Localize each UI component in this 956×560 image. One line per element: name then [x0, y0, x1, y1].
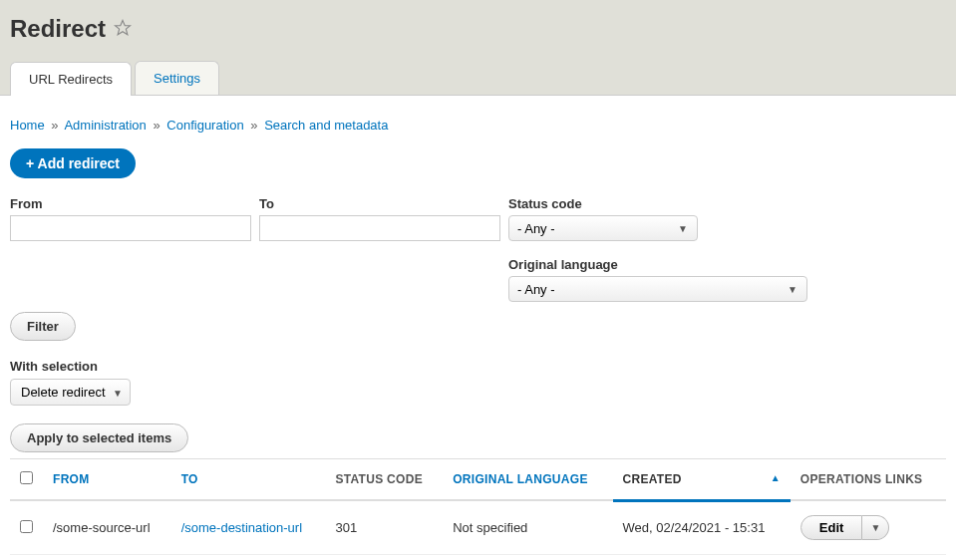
tab-settings[interactable]: Settings — [135, 61, 219, 95]
table-row: /some-source-url /some-destination-url 3… — [10, 500, 946, 555]
cell-from: /some-source-url — [43, 500, 171, 555]
status-code-label: Status code — [508, 196, 698, 211]
add-redirect-button[interactable]: + Add redirect — [10, 148, 136, 178]
row-checkbox[interactable] — [20, 520, 33, 533]
col-from[interactable]: FROM — [43, 459, 171, 501]
cell-status: 301 — [325, 500, 443, 555]
sort-asc-icon: ▲ — [771, 472, 781, 483]
favorite-star-icon[interactable] — [114, 19, 132, 40]
col-operations: OPERATIONS LINKS — [791, 459, 946, 501]
original-language-label: Original language — [508, 257, 807, 272]
breadcrumb-administration[interactable]: Administration — [64, 118, 146, 133]
col-to[interactable]: TO — [171, 459, 326, 501]
with-selection-label: With selection — [10, 359, 946, 374]
cell-created: Wed, 02/24/2021 - 15:31 — [613, 500, 791, 555]
to-label: To — [259, 196, 500, 211]
to-input[interactable] — [259, 215, 500, 241]
from-label: From — [10, 196, 251, 211]
col-created-label: CREATED — [623, 472, 682, 486]
col-status-code[interactable]: STATUS CODE — [325, 459, 443, 501]
svg-marker-0 — [116, 20, 131, 34]
cell-to-link[interactable]: /some-destination-url — [181, 520, 302, 535]
breadcrumb-sep: » — [51, 118, 58, 133]
tabs: URL Redirects Settings — [10, 61, 946, 95]
edit-dropdown-toggle[interactable]: ▼ — [862, 515, 889, 540]
apply-to-selected-top-button[interactable]: Apply to selected items — [10, 423, 188, 452]
col-created[interactable]: CREATED ▲ — [613, 459, 791, 501]
col-original-language[interactable]: ORIGINAL LANGUAGE — [443, 459, 612, 501]
breadcrumb-search-metadata[interactable]: Search and metadata — [264, 118, 388, 133]
status-code-select[interactable]: - Any - — [508, 215, 698, 241]
select-all-checkbox[interactable] — [20, 471, 33, 484]
edit-button[interactable]: Edit — [800, 515, 863, 540]
breadcrumb-home[interactable]: Home — [10, 118, 45, 133]
cell-lang: Not specified — [443, 500, 612, 555]
breadcrumb-sep: » — [250, 118, 257, 133]
filter-button[interactable]: Filter — [10, 312, 76, 341]
tab-url-redirects[interactable]: URL Redirects — [10, 62, 132, 96]
breadcrumb: Home » Administration » Configuration » … — [10, 118, 946, 133]
bulk-action-select[interactable]: Delete redirect — [10, 379, 131, 406]
page-title: Redirect — [10, 15, 106, 43]
from-input[interactable] — [10, 215, 251, 241]
breadcrumb-configuration[interactable]: Configuration — [166, 118, 243, 133]
redirects-table: FROM TO STATUS CODE ORIGINAL LANGUAGE CR… — [10, 458, 946, 555]
breadcrumb-sep: » — [153, 118, 159, 133]
original-language-select[interactable]: - Any - — [508, 276, 807, 302]
